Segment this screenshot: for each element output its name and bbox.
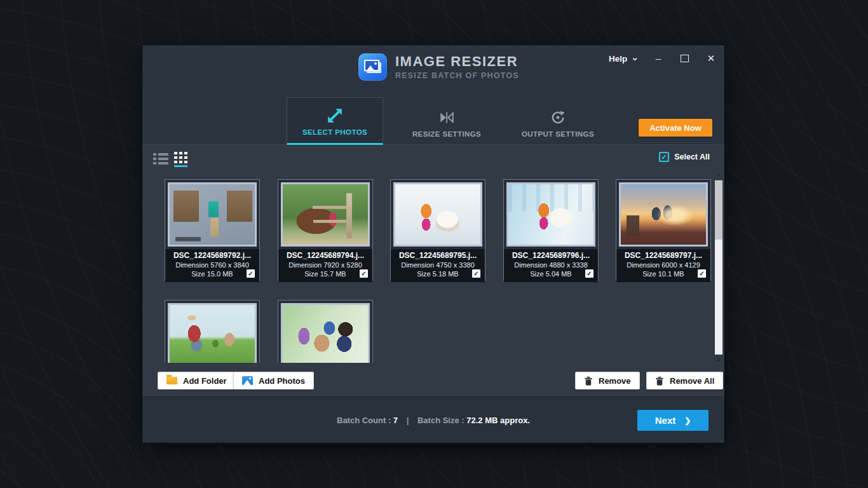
photo-card[interactable]: DSC_12245689792.j... Dimension 5760 x 38… <box>165 179 260 281</box>
photo-card[interactable]: DSC_12245689797.j... Dimension 6000 x 41… <box>616 179 711 281</box>
logo-photo-icon <box>364 60 379 71</box>
file-name: DSC_12245689794.j... <box>281 251 369 261</box>
tab-label: RESIZE SETTINGS <box>412 130 481 138</box>
scrollbar-thumb[interactable] <box>715 181 722 240</box>
chevron-down-icon: ⌄ <box>631 54 639 60</box>
photo-info: DSC_12245689792.j... Dimension 5760 x 38… <box>165 249 259 282</box>
photo-card[interactable]: DSC_12245689794.j... Dimension 7920 x 52… <box>278 179 373 281</box>
photo-checkbox[interactable]: ✓ <box>472 269 480 278</box>
photo-thumbnail[interactable] <box>170 184 255 245</box>
select-all-checkbox[interactable]: ✓ <box>659 152 669 162</box>
file-dimension: Dimension 6000 x 4129 <box>620 261 707 269</box>
batch-count-value: 7 <box>393 416 398 425</box>
file-name: DSC_12245689795.j... <box>394 251 482 261</box>
photo-card[interactable]: DSC_12245689796.j... Dimension 4880 x 33… <box>503 179 599 281</box>
file-name: DSC_12245689792.j... <box>168 251 256 261</box>
image-resizer-window: IMAGE RESIZER RESIZE BATCH OF PHOTOS Hel… <box>142 44 725 444</box>
photo-thumbnail[interactable] <box>170 305 255 363</box>
next-label: Next <box>655 415 676 426</box>
photo-info: DSC_12245689797.j... Dimension 6000 x 41… <box>616 249 710 282</box>
file-size-row: Size 5.04 MB ✓ <box>507 269 595 279</box>
add-photos-label: Add Photos <box>259 376 305 386</box>
scroll-down-icon[interactable]: ⌄ <box>714 355 723 363</box>
photo-checkbox[interactable]: ✓ <box>247 269 255 278</box>
title-bar: IMAGE RESIZER RESIZE BATCH OF PHOTOS Hel… <box>142 45 724 97</box>
photo-card[interactable] <box>278 300 373 363</box>
app-title-block: IMAGE RESIZER RESIZE BATCH OF PHOTOS <box>395 53 519 80</box>
file-size: Size 5.04 MB <box>530 270 571 278</box>
resize-bowtie-icon <box>438 109 455 126</box>
file-dimension: Dimension 5760 x 3840 <box>168 261 256 269</box>
photo-info: DSC_12245689795.j... Dimension 4750 x 33… <box>391 249 485 282</box>
photo-card[interactable] <box>165 300 260 363</box>
photo-card[interactable]: DSC_12245689795.j... Dimension 4750 x 33… <box>390 179 485 281</box>
photo-info: DSC_12245689796.j... Dimension 4880 x 33… <box>504 249 598 282</box>
remove-all-button[interactable]: Remove All <box>646 372 723 390</box>
file-size: Size 5.18 MB <box>417 270 458 278</box>
trash-icon <box>584 376 593 386</box>
file-size-row: Size 10.1 MB ✓ <box>620 269 707 279</box>
photo-checkbox[interactable]: ✓ <box>698 269 706 278</box>
remove-label: Remove <box>599 376 631 386</box>
photo-thumbnail[interactable] <box>283 305 368 363</box>
select-all-control[interactable]: ✓ Select All <box>659 152 710 162</box>
photo-thumbnail[interactable] <box>508 184 593 245</box>
batch-count-label: Batch Count : <box>337 416 391 425</box>
activate-now-button[interactable]: Activate Now <box>639 119 712 137</box>
photo-thumbnail[interactable] <box>283 184 368 245</box>
help-menu[interactable]: Help ⌄ <box>609 54 639 64</box>
folder-icon <box>166 377 177 384</box>
tab-output-settings[interactable]: OUTPUT SETTINGS <box>507 97 609 145</box>
add-photos-button[interactable]: Add Photos <box>233 372 314 390</box>
tab-select-photos[interactable]: SELECT PHOTOS <box>287 97 383 145</box>
file-size-row: Size 15.7 MB ✓ <box>281 269 369 279</box>
photo-grid: DSC_12245689792.j... Dimension 5760 x 38… <box>142 172 724 363</box>
minimize-button[interactable]: – <box>651 51 665 65</box>
add-folder-button[interactable]: Add Folder <box>158 372 236 390</box>
photo-info: DSC_12245689794.j... Dimension 7920 x 52… <box>278 249 372 282</box>
remove-all-label: Remove All <box>670 376 714 386</box>
photo-thumbnail[interactable] <box>395 184 480 245</box>
app-logo-icon <box>358 53 387 81</box>
file-size: Size 10.1 MB <box>642 270 684 278</box>
tab-label: OUTPUT SETTINGS <box>522 130 594 138</box>
tab-bar: SELECT PHOTOS RESIZE SETTINGS OUTPUT SET… <box>142 97 724 145</box>
photo-checkbox[interactable]: ✓ <box>360 269 368 278</box>
file-dimension: Dimension 7920 x 5280 <box>281 261 369 269</box>
window-controls: Help ⌄ – ✕ <box>609 51 718 66</box>
action-bar: Add Folder Add Photos Remove Remove All <box>142 363 724 398</box>
separator: | <box>407 416 409 425</box>
select-all-label: Select All <box>674 152 710 161</box>
chevron-right-icon: ❯ <box>684 416 691 425</box>
tab-resize-settings[interactable]: RESIZE SETTINGS <box>396 97 498 145</box>
file-name: DSC_12245689797.j... <box>620 251 707 261</box>
scrollbar-track[interactable] <box>715 180 722 355</box>
refresh-circle-icon <box>550 109 566 126</box>
grid-view-icon[interactable] <box>174 152 188 167</box>
list-view-icon[interactable] <box>153 153 168 165</box>
app-subtitle: RESIZE BATCH OF PHOTOS <box>395 71 519 80</box>
remove-button[interactable]: Remove <box>575 372 640 390</box>
close-button[interactable]: ✕ <box>704 51 718 65</box>
batch-size-value: 72.2 MB approx. <box>466 416 530 425</box>
app-title: IMAGE RESIZER <box>395 53 519 70</box>
scroll-up-icon[interactable]: ⌃ <box>714 172 723 180</box>
footer-bar: Batch Count : 7 | Batch Size : 72.2 MB a… <box>142 396 724 443</box>
file-size-row: Size 15.0 MB ✓ <box>168 269 256 279</box>
next-button[interactable]: Next ❯ <box>637 410 709 431</box>
file-size-row: Size 5.18 MB ✓ <box>394 269 482 279</box>
expand-arrows-icon <box>327 107 343 124</box>
file-dimension: Dimension 4750 x 3380 <box>394 261 482 269</box>
photo-checkbox[interactable]: ✓ <box>585 269 593 278</box>
vertical-scrollbar[interactable]: ⌃ ⌄ <box>714 172 723 363</box>
add-folder-label: Add Folder <box>183 376 227 386</box>
file-size: Size 15.7 MB <box>304 270 346 278</box>
batch-size-label: Batch Size : <box>417 416 465 425</box>
maximize-button[interactable] <box>681 55 689 62</box>
view-toolbar: ✓ Select All <box>142 145 724 172</box>
photo-thumbnail[interactable] <box>621 184 706 245</box>
trash-icon <box>655 376 664 386</box>
help-label: Help <box>609 54 627 64</box>
tab-label: SELECT PHOTOS <box>302 128 367 136</box>
photo-icon <box>242 376 253 385</box>
